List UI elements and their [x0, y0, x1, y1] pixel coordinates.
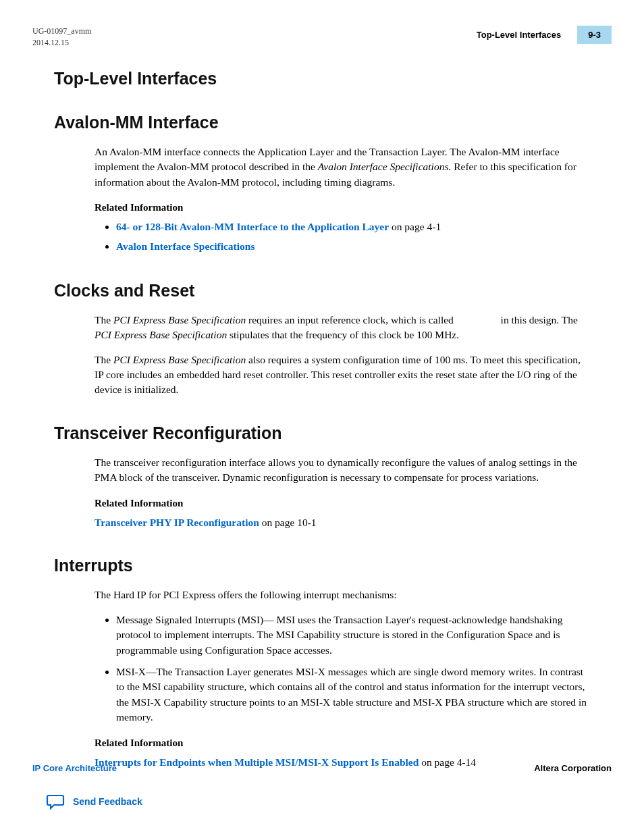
send-feedback-label: Send Feedback — [73, 796, 142, 807]
list-item: Avalon Interface Specifications — [116, 238, 590, 255]
footer-top: IP Core Architecture Altera Corporation — [32, 763, 612, 773]
doc-meta: UG-01097_avmm 2014.12.15 — [32, 26, 91, 49]
clocks-heading: Clocks and Reset — [54, 281, 590, 301]
avalon-link-1[interactable]: 64- or 128-Bit Avalon-MM Interface to th… — [116, 221, 389, 232]
avalon-paragraph: An Avalon‑MM interface connects the Appl… — [95, 145, 590, 190]
related-info-label: Related Information — [95, 498, 590, 509]
transceiver-paragraph: The transceiver reconfiguration interfac… — [95, 455, 590, 486]
page-content: Top-Level Interfaces Avalon-MM Interface… — [0, 49, 644, 771]
list-item: 64- or 128-Bit Avalon-MM Interface to th… — [116, 219, 590, 236]
clocks-paragraph-2: The PCI Express Base Specification also … — [95, 353, 590, 398]
interrupts-paragraph: The Hard IP for PCI Express offers the f… — [95, 588, 590, 602]
doc-date: 2014.12.15 — [32, 37, 91, 49]
interrupts-heading: Interrupts — [54, 556, 590, 575]
page-number: 9-3 — [577, 26, 612, 44]
page-header: UG-01097_avmm 2014.12.15 Top-Level Inter… — [0, 0, 644, 49]
footer-right: Altera Corporation — [534, 763, 612, 773]
main-heading: Top-Level Interfaces — [54, 69, 590, 88]
avalon-related-list: 64- or 128-Bit Avalon-MM Interface to th… — [116, 219, 590, 255]
related-info-label: Related Information — [95, 202, 590, 213]
transceiver-heading: Transceiver Reconfiguration — [54, 423, 590, 443]
doc-id: UG-01097_avmm — [32, 26, 91, 37]
avalon-link-2[interactable]: Avalon Interface Specifications — [116, 240, 255, 252]
send-feedback-button[interactable]: Send Feedback — [46, 793, 612, 810]
list-item: MSI-X—The Transaction Layer generates MS… — [116, 664, 590, 725]
footer-left[interactable]: IP Core Architecture — [32, 763, 117, 773]
speech-bubble-icon — [46, 793, 65, 810]
avalon-heading: Avalon-MM Interface — [54, 113, 590, 132]
interrupts-list: Message Signaled Interrupts (MSI)— MSI u… — [116, 613, 590, 725]
transceiver-link[interactable]: Transceiver PHY IP Reconfiguration — [95, 517, 259, 528]
transceiver-related: Transceiver PHY IP Reconfiguration on pa… — [95, 515, 590, 530]
breadcrumb: Top-Level Interfaces — [477, 30, 561, 40]
related-info-label: Related Information — [95, 737, 590, 749]
clocks-paragraph-1: The PCI Express Base Specification requi… — [95, 313, 590, 343]
page-footer: IP Core Architecture Altera Corporation … — [0, 763, 644, 810]
list-item: Message Signaled Interrupts (MSI)— MSI u… — [116, 613, 590, 658]
header-right: Top-Level Interfaces 9-3 — [477, 26, 612, 44]
